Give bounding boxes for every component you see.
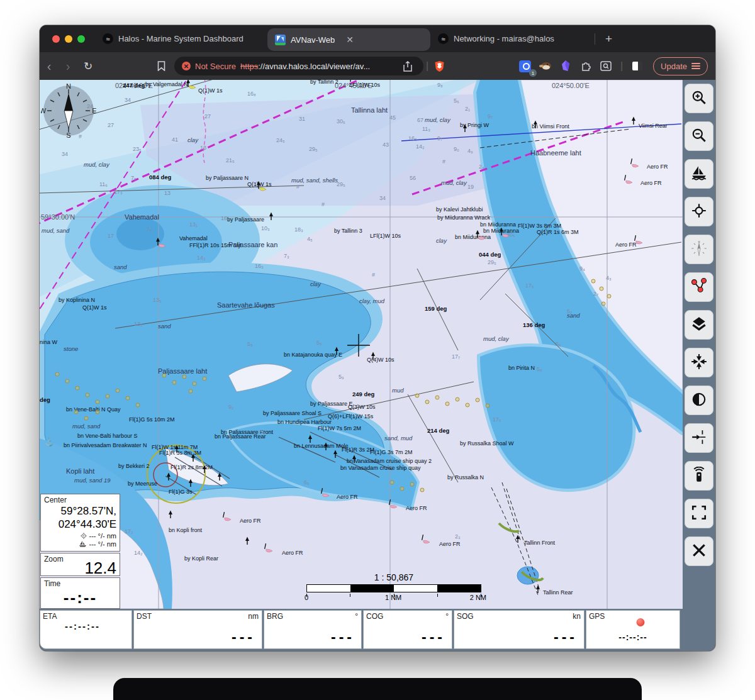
chart-label: sand, mud [384,435,412,442]
seabed-dot [96,410,100,414]
cell-label: DST [137,612,152,621]
seabed-dot [203,377,207,381]
cell-value: --- [422,629,445,646]
center-panel[interactable]: Center 59°28.57'N, 024°44.30'E --- °/- n… [40,494,120,552]
close-button[interactable] [685,536,713,566]
address-bar[interactable]: ✕ Not Secure https://avnav.halos.local/v… [174,57,423,75]
zoom-panel[interactable]: Zoom 12.4 [40,553,120,576]
bookmark-icon[interactable] [153,58,169,74]
back-icon[interactable]: ‹ [40,59,59,74]
depth-sounding: 4₉ [467,148,473,154]
seabed-dot [126,396,130,401]
light-symbol [153,236,168,250]
fullscreen-button[interactable] [685,499,713,528]
cog-status-cell[interactable]: COG°--- [363,610,452,649]
chart-label: Aero FR [647,164,668,170]
forward-icon[interactable]: › [59,59,77,74]
depth-sounding: 2₃ [455,534,461,540]
depth-sounding: 9₂ [228,404,234,410]
sog-status-cell[interactable]: SOGkn--- [454,610,584,649]
seabed-dot [410,482,415,487]
minimize-window-button[interactable] [65,35,72,43]
update-button[interactable]: Update [653,57,708,75]
tab-halos-dashboard[interactable]: ≈ Halos - Marine System Dashboard [95,25,267,52]
zoom-in-button[interactable] [685,84,713,113]
chart-label: Q(1)W 1s [82,305,107,311]
chart-label: LFl(1)W 10s [370,233,401,239]
depth-sounding: 43 [383,142,389,148]
depth-sounding: 24₅ [276,138,285,143]
chart-label: bn Kopli front [169,528,202,533]
scale-tick-2: 2 NM [470,594,486,601]
depth-sounding: 18₃ [294,227,303,233]
tab-bar: ≈ Halos - Marine System Dashboard AVNav-… [40,25,715,52]
depth-sounding: 5₉ [316,340,322,346]
cell-unit: ° [355,612,358,621]
depth-sounding: 14₂ [416,144,425,150]
light-symbol [620,174,634,187]
center-converge-button[interactable] [685,348,713,377]
seabed-dot [445,402,450,406]
extensions-puzzle-icon[interactable] [578,58,594,74]
contrast-button[interactable] [685,386,713,415]
beacon-symbol [321,442,331,454]
chart-label: 084 deg [149,174,171,181]
reload-icon[interactable]: ↻ [77,60,99,73]
remote-button[interactable] [685,461,713,491]
menu-icon[interactable] [691,61,700,70]
tab-networking[interactable]: ≈ Networking - mairas@halos [430,25,593,52]
network-button[interactable] [685,272,713,302]
brg-status-cell[interactable]: BRG°--- [264,610,362,649]
cell-label: SOG [457,612,474,621]
chart-label: Paljassaare kan [228,242,277,248]
sidebar-toggle-icon[interactable] [629,58,646,74]
cell-value: --- [554,629,578,646]
maximize-window-button[interactable] [77,35,85,43]
time-panel[interactable]: Time --:-- [40,577,120,609]
depth-sounding: 5₉ [556,342,561,347]
marker-bearing: --- °/- nm [89,532,116,540]
status-footer: ETA--:--:--DSTnm---BRG°---COG°---SOGkn--… [40,609,715,651]
share-icon[interactable] [400,58,416,74]
new-tab-button[interactable]: + [596,32,621,46]
platypus-extension-icon[interactable] [537,58,554,74]
depth-sounding: 34 [125,97,131,103]
seabed-dot [486,404,490,408]
obsidian-extension-icon[interactable] [557,58,574,74]
seabed-dot [84,416,89,421]
cell-value: --:--:-- [65,621,100,631]
seabed-dot [415,394,420,398]
boat-button[interactable] [685,159,713,189]
chart-label: bn Vene-Balti harbour S [77,433,138,439]
chart-label: mud [392,387,403,394]
goto-crosshair-button[interactable] [685,423,713,453]
cell-label: GPS [589,612,605,621]
chart-label: bn Vanasadam cruise ship quay 2 [347,458,432,464]
close-tab-icon[interactable]: ✕ [346,35,354,45]
gps-status-cell[interactable]: GPS--:--:-- [586,610,680,649]
tab-title: AVNav-Web [291,35,335,45]
depth-sounding: 17 [108,233,114,239]
beacon-symbol [349,454,359,467]
chart-label: by Tallinn 2 [310,80,338,85]
zoom-out-button[interactable] [685,121,713,151]
compass-button[interactable]: N [685,235,713,264]
tab-avnav-web[interactable]: AVNav-Web ✕ [267,28,430,51]
chart-label: Aero FR [439,542,461,547]
anchor-symbol: ⚓ [44,437,54,447]
brave-shield-icon[interactable] [431,58,447,74]
beacon-symbol [186,478,196,491]
dst-status-cell[interactable]: DSTnm--- [133,610,262,649]
chart-label: by Paljassaare [227,217,264,223]
position-button[interactable] [685,197,713,226]
layers-button[interactable] [685,310,713,340]
search-tabs-icon[interactable] [598,58,614,74]
depth-sounding: 7₈ [147,227,152,233]
chart-canvas[interactable]: 024°40.00'E024°45.00'E024°50.00'E59°30.0… [40,80,683,609]
eta-status-cell[interactable]: ETA--:--:-- [40,610,132,649]
chart-label: stone [64,346,78,352]
seabed-dot [466,403,470,408]
close-window-button[interactable] [52,35,60,43]
password-manager-icon[interactable]: 1 [517,58,534,74]
seabed-dot [420,488,425,492]
